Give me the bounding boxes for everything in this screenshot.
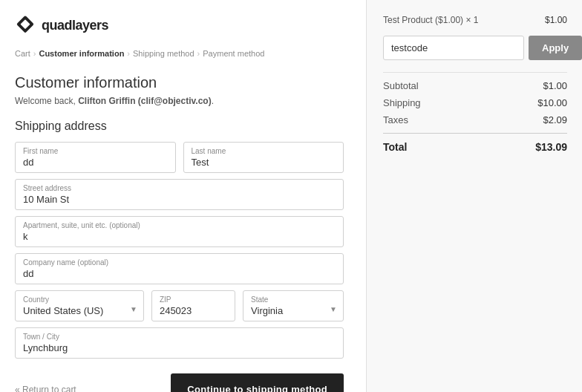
country-field[interactable]: Country United States (US) ▼ — [15, 290, 144, 321]
first-name-field[interactable]: First name dd — [15, 142, 176, 173]
actions-row: « Return to cart Continue to shipping me… — [15, 373, 344, 392]
customer-info-title: Customer information — [15, 74, 344, 91]
return-to-cart-link[interactable]: « Return to cart — [15, 385, 76, 393]
state-value: Virginia — [251, 305, 336, 316]
shipping-value: $10.00 — [537, 97, 567, 108]
subtotal-value: $1.00 — [543, 80, 567, 91]
breadcrumb: Cart › Customer information › Shipping m… — [15, 49, 344, 58]
apt-row: Apartment, suite, unit etc. (optional) k — [15, 216, 344, 247]
city-label: Town / City — [23, 333, 336, 341]
last-name-label: Last name — [192, 147, 336, 155]
total-line: Total $13.09 — [383, 133, 567, 153]
last-name-value: Test — [192, 157, 209, 168]
logo-area: quadlayers — [15, 15, 344, 36]
logo-icon — [15, 15, 36, 36]
shipping-label: Shipping — [383, 97, 421, 108]
city-value: Lynchburg — [23, 342, 68, 353]
breadcrumb-payment-method: Payment method — [203, 49, 264, 58]
street-value: 10 Main St — [23, 194, 69, 205]
apply-button[interactable]: Apply — [529, 36, 582, 60]
breadcrumb-sep-1: › — [33, 49, 36, 58]
street-row: Street address 10 Main St — [15, 179, 344, 210]
country-label: Country — [23, 295, 136, 304]
product-price: $1.00 — [545, 15, 567, 25]
breadcrumb-shipping-method: Shipping method — [133, 49, 194, 58]
taxes-line: Taxes $2.09 — [383, 114, 567, 125]
apt-field[interactable]: Apartment, suite, unit etc. (optional) k — [15, 216, 344, 247]
last-name-field[interactable]: Last name Test — [183, 142, 344, 173]
apt-value: k — [23, 231, 28, 242]
company-value: dd — [23, 268, 33, 279]
breadcrumb-customer-info: Customer information — [39, 49, 124, 58]
city-row: Town / City Lynchburg — [15, 327, 344, 359]
company-field[interactable]: Company name (optional) dd — [15, 253, 344, 284]
product-line: Test Product ($1.00) × 1 $1.00 — [383, 15, 567, 25]
welcome-suffix: . — [212, 96, 214, 106]
total-label: Total — [383, 141, 407, 153]
first-name-label: First name — [23, 147, 168, 155]
welcome-name: Clifton Griffin (clif@objectiv.co) — [78, 96, 211, 106]
state-dropdown-icon: ▼ — [330, 305, 337, 313]
first-name-value: dd — [23, 157, 33, 168]
breadcrumb-sep-2: › — [127, 49, 130, 58]
state-label: State — [251, 295, 336, 304]
shipping-line: Shipping $10.00 — [383, 97, 567, 108]
subtotal-line: Subtotal $1.00 — [383, 80, 567, 91]
product-name: Test Product ($1.00) × 1 — [383, 15, 478, 25]
continue-to-shipping-button[interactable]: Continue to shipping method — [171, 373, 344, 392]
name-row: First name dd Last name Test — [15, 142, 344, 173]
taxes-label: Taxes — [383, 114, 408, 125]
coupon-input[interactable] — [383, 36, 524, 60]
welcome-prefix: Welcome back, — [15, 96, 78, 106]
city-field[interactable]: Town / City Lynchburg — [15, 327, 344, 359]
country-dropdown-icon: ▼ — [130, 305, 137, 313]
welcome-text: Welcome back, Clifton Griffin (clif@obje… — [15, 96, 344, 106]
taxes-value: $2.09 — [543, 114, 567, 125]
subtotal-label: Subtotal — [383, 80, 419, 91]
state-field[interactable]: State Virginia ▼ — [243, 290, 344, 321]
zip-label: ZIP — [160, 295, 227, 304]
shipping-address-title: Shipping address — [15, 120, 344, 133]
divider-1 — [383, 72, 567, 73]
zip-field[interactable]: ZIP 245023 — [151, 290, 235, 321]
country-zip-state-row: Country United States (US) ▼ ZIP 245023 … — [15, 290, 344, 321]
street-field[interactable]: Street address 10 Main St — [15, 179, 344, 210]
apt-label: Apartment, suite, unit etc. (optional) — [23, 221, 336, 229]
zip-value: 245023 — [160, 305, 227, 316]
breadcrumb-sep-3: › — [197, 49, 200, 58]
right-panel: Test Product ($1.00) × 1 $1.00 Apply Sub… — [367, 0, 582, 392]
left-panel: quadlayers Cart › Customer information ›… — [0, 0, 367, 392]
company-row: Company name (optional) dd — [15, 253, 344, 284]
street-label: Street address — [23, 184, 336, 192]
breadcrumb-cart: Cart — [15, 49, 30, 58]
total-value: $13.09 — [535, 141, 567, 153]
logo-text: quadlayers — [42, 18, 108, 33]
country-value: United States (US) — [23, 305, 136, 316]
coupon-row: Apply — [383, 36, 567, 60]
company-label: Company name (optional) — [23, 258, 336, 267]
